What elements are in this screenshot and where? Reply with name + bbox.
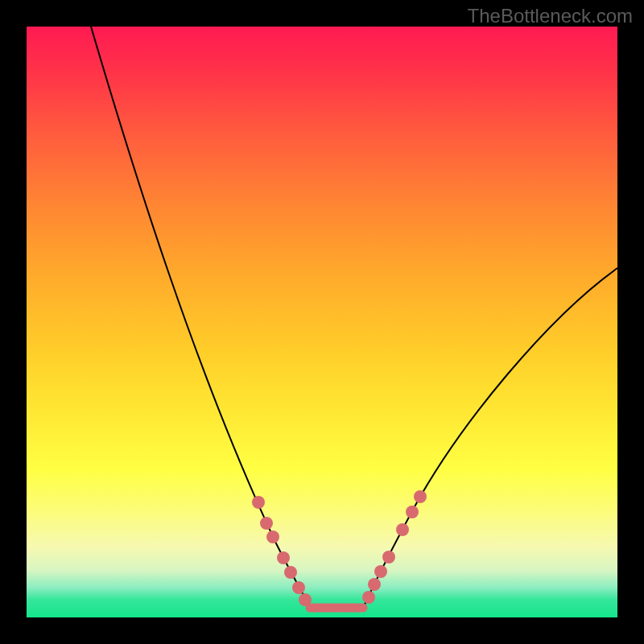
marker-dot <box>260 517 273 530</box>
marker-dot <box>299 593 312 606</box>
left-curve <box>91 27 308 605</box>
plot-area <box>27 27 617 617</box>
marker-dot <box>292 581 305 594</box>
marker-dot <box>396 523 409 536</box>
marker-dot <box>406 506 419 518</box>
marker-dot <box>266 530 279 543</box>
marker-dot <box>374 565 387 578</box>
marker-dot <box>362 591 375 604</box>
markers-right-group <box>362 490 427 604</box>
marker-dot <box>252 496 265 509</box>
marker-dot <box>277 551 290 564</box>
chart-svg <box>27 27 617 617</box>
marker-dot <box>368 578 381 591</box>
marker-dot <box>382 551 395 564</box>
markers-left-group <box>252 496 312 606</box>
marker-dot <box>284 566 297 579</box>
watermark-text: TheBottleneck.com <box>468 5 633 27</box>
right-curve <box>365 268 617 605</box>
marker-dot <box>414 490 427 503</box>
